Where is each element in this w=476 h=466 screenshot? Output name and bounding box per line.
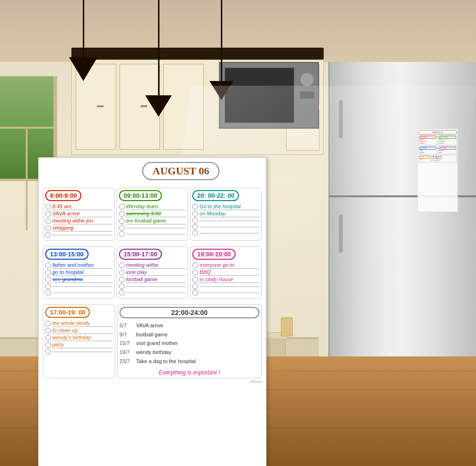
task-checkbox[interactable]	[45, 321, 51, 326]
note-date-1: 5/7	[119, 321, 136, 330]
task-checkbox[interactable]	[45, 211, 51, 217]
task-text: in cindy house	[199, 276, 259, 283]
task-father-mother: father and mother	[52, 262, 112, 269]
time-block-1700-1900: 17:00-19: 00 the whole family to clean u…	[43, 304, 115, 378]
planner-board: AUGUST 06 6:00-9:00 8.45 am, VAVA arrive…	[38, 157, 267, 466]
task-item	[192, 224, 259, 230]
task-checkbox[interactable]	[45, 277, 51, 283]
note-row-5: 23/7Take a dag to the hospital	[119, 357, 259, 366]
task-checkbox[interactable]	[192, 218, 198, 223]
time-block-1900-2000: 19:00-20:00 everyone go to BBQ in cindy …	[190, 246, 262, 299]
cabinet-crown	[71, 48, 324, 60]
task-checkbox[interactable]	[119, 263, 125, 268]
note-date-5: 23/7	[119, 357, 136, 366]
task-checkbox[interactable]	[119, 204, 125, 210]
counter-object-1	[281, 317, 293, 336]
time-label-1900-2000: 19:00-20:00	[192, 249, 236, 260]
time-block-2200-2400: 22:00-24:00 5/7VAVA arrive 9/7football g…	[117, 304, 262, 378]
task-checkbox[interactable]	[119, 231, 125, 237]
task-text	[199, 226, 259, 227]
task-text: everyone go to	[199, 262, 259, 269]
task-text: VAVA arrive	[52, 211, 112, 217]
notes-content: 5/7VAVA arrive 9/7football game 15/7visi…	[119, 321, 259, 365]
task-text: Go to the hospital	[199, 203, 259, 210]
task-checkbox[interactable]	[119, 290, 125, 295]
task-checkbox[interactable]	[192, 263, 198, 268]
time-label-1700-1900: 17:00-19: 00	[45, 307, 90, 318]
note-text-1: VAVA arrive	[136, 323, 163, 328]
task-item: everyone go to	[192, 262, 259, 269]
task-text: ione play	[126, 269, 186, 276]
task-checkbox[interactable]	[45, 290, 51, 295]
task-checkbox[interactable]	[45, 328, 51, 334]
note-row-3: 15/7visit grand mother	[119, 339, 259, 348]
pendant-3-cord	[221, 0, 222, 81]
task-text: to clean up	[52, 327, 113, 334]
task-item: shopping	[45, 225, 112, 232]
note-date-2: 9/7	[119, 330, 136, 339]
task-item	[119, 290, 186, 295]
task-text	[199, 292, 259, 293]
task-checkbox[interactable]	[45, 218, 51, 224]
task-item: on Monday	[192, 211, 259, 217]
planner-header-container: AUGUST 06	[43, 162, 262, 184]
task-item: BBQ	[192, 269, 259, 276]
task-text	[126, 227, 186, 228]
task-item: wendy's birthday	[45, 334, 113, 341]
note-text-2: football game	[136, 332, 168, 337]
note-row-1: 5/7VAVA arrive	[119, 321, 259, 330]
note-row-2: 9/7football game	[119, 330, 259, 339]
note-date-4: 19/7	[119, 348, 136, 357]
planner-top-grid: 6:00-9:00 8.45 am, VAVA arrive meeting w…	[43, 188, 262, 244]
task-checkbox[interactable]	[45, 225, 51, 231]
task-item: swimming 3:00	[119, 211, 186, 217]
fp-block4: 15-17:00 meeting play	[438, 146, 457, 154]
task-checkbox[interactable]	[119, 284, 125, 289]
task-checkbox[interactable]	[119, 225, 125, 231]
task-text: shopping	[52, 225, 112, 232]
time-block-900-1300: 09:00-13:00 Wenday learn swimming 3:00 e…	[117, 188, 188, 241]
task-checkbox[interactable]	[192, 204, 198, 210]
task-checkbox[interactable]	[45, 232, 51, 238]
task-text: on Monday	[199, 211, 259, 217]
task-checkbox[interactable]	[119, 277, 125, 283]
task-item: the whole family	[45, 320, 113, 327]
microwave-btn	[300, 91, 314, 99]
task-checkbox[interactable]	[45, 263, 51, 268]
task-checkbox[interactable]	[192, 284, 198, 289]
window-divider-h	[0, 127, 53, 129]
planner-date-header: AUGUST 06	[142, 162, 220, 180]
handle-1	[97, 105, 104, 107]
task-checkbox[interactable]	[119, 218, 125, 224]
task-checkbox[interactable]	[45, 270, 51, 275]
task-item	[119, 284, 186, 289]
task-checkbox[interactable]	[192, 230, 198, 236]
task-item	[192, 290, 259, 295]
fp-block3: 13-15:00 father hospital	[418, 146, 437, 154]
task-checkbox[interactable]	[192, 224, 198, 230]
task-item: 8.45 am,	[45, 203, 112, 210]
task-item	[119, 231, 186, 237]
task-checkbox[interactable]	[119, 270, 125, 275]
task-item: to clean up	[45, 327, 113, 334]
task-checkbox[interactable]	[192, 290, 198, 295]
task-checkbox[interactable]	[192, 277, 198, 283]
task-text: meeting withe jon	[52, 218, 112, 224]
task-checkbox[interactable]	[45, 349, 51, 355]
task-text: wendy's birthday	[52, 334, 113, 341]
task-item	[119, 225, 186, 231]
task-checkbox[interactable]	[45, 342, 51, 348]
pendant-3-shade	[209, 81, 233, 100]
task-checkbox[interactable]	[45, 204, 51, 210]
microwave	[219, 62, 319, 129]
task-checkbox[interactable]	[119, 211, 125, 217]
task-item: em football game	[119, 218, 186, 224]
task-checkbox[interactable]	[45, 335, 51, 341]
task-text	[52, 351, 113, 352]
task-text: football game	[126, 276, 186, 283]
task-item: see grandma	[45, 276, 112, 283]
task-checkbox[interactable]	[192, 211, 198, 217]
task-item	[45, 232, 112, 238]
task-checkbox[interactable]	[45, 284, 51, 289]
task-checkbox[interactable]	[192, 270, 198, 275]
